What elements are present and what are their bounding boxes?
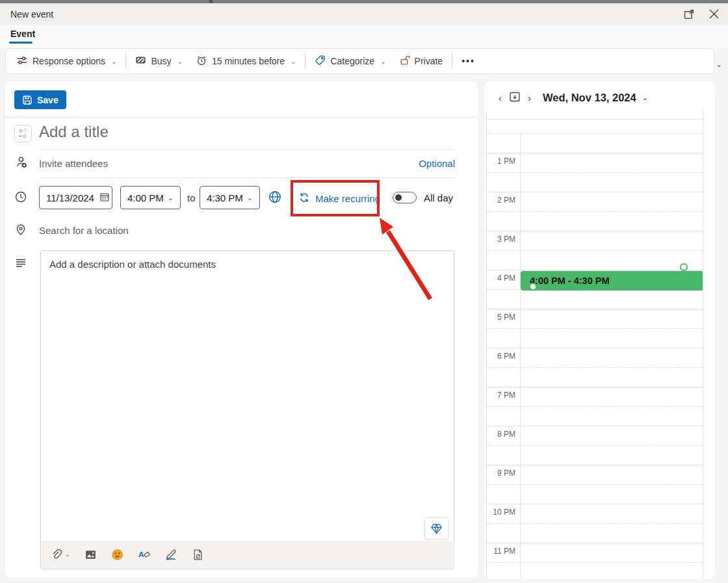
close-icon[interactable] <box>705 5 723 23</box>
description-placeholder: Add a description or attach documents <box>49 259 216 270</box>
editor-footer-toolbar: ⌄ A <box>42 541 454 568</box>
divider <box>39 177 455 178</box>
start-time-dropdown[interactable]: 4:00 PM ⌄ <box>120 186 181 209</box>
tab-strip: Event <box>0 25 728 48</box>
all-day-label: All day <box>424 192 453 203</box>
ellipsis-icon: ••• <box>462 56 475 66</box>
toolbar-divider <box>125 53 126 69</box>
hour-label: 6 PM <box>487 352 515 361</box>
reminder-button[interactable]: 15 minutes before ⌄ <box>189 51 302 71</box>
recurring-sync-icon <box>298 192 310 205</box>
open-in-new-window-icon[interactable] <box>680 5 698 23</box>
hour-label: 9 PM <box>487 469 515 478</box>
chevron-down-icon: ⌄ <box>65 551 70 558</box>
categorize-button[interactable]: Categorize ⌄ <box>308 51 392 71</box>
previous-day-chevron-icon[interactable]: ‹ <box>495 91 506 105</box>
event-resize-handle-bottom[interactable] <box>529 283 537 291</box>
hour-label: 10 PM <box>487 508 515 517</box>
timezone-globe-icon[interactable] <box>268 190 282 207</box>
title-input[interactable]: Add a title <box>39 123 403 141</box>
hour-label: 3 PM <box>487 235 515 244</box>
divider <box>39 149 455 150</box>
day-calendar-panel: ‹ › Wed, Nov 13, 2024 ⌄ 1 PM 2 PM 3 PM 4… <box>484 81 715 579</box>
attach-file-icon[interactable]: ⌄ <box>51 549 70 561</box>
chevron-down-icon: ⌄ <box>291 58 296 65</box>
response-options-icon <box>16 55 28 68</box>
calendar-date-heading[interactable]: Wed, Nov 13, 2024 <box>543 92 636 104</box>
hour-label: 4 PM <box>487 274 515 283</box>
unlocked-padlock-icon <box>399 55 410 68</box>
location-pin-icon <box>14 223 27 239</box>
all-day-toggle[interactable] <box>393 192 417 203</box>
date-picker[interactable]: 11/13/2024 <box>39 186 112 209</box>
dialog-title: New event <box>10 9 53 19</box>
hour-label: 7 PM <box>487 391 515 400</box>
clock-icon <box>14 190 27 206</box>
response-options-button[interactable]: Response options ⌄ <box>10 51 123 71</box>
event-toolbar: Response options ⌄ Busy ⌄ 15 minutes bef… <box>5 48 715 74</box>
busy-icon <box>135 55 146 68</box>
chevron-down-icon: ⌄ <box>380 58 385 65</box>
go-to-date-calendar-icon[interactable] <box>506 90 524 105</box>
event-resize-handle-top[interactable] <box>680 263 688 271</box>
toggle-knob <box>395 194 402 201</box>
chevron-down-icon: ⌄ <box>177 58 183 65</box>
chevron-down-icon: ⌄ <box>111 58 116 65</box>
hour-label: 1 PM <box>487 157 515 166</box>
tab-active-underline <box>9 42 32 44</box>
dialog-titlebar: New event <box>0 3 728 25</box>
description-lines-icon <box>14 257 27 272</box>
calendar-event-block[interactable]: 4:00 PM - 4:30 PM <box>521 271 703 291</box>
description-editor[interactable]: Add a description or attach documents ⌄ … <box>40 250 454 569</box>
make-recurring-button[interactable]: Make recurring <box>298 192 380 205</box>
hour-label: 11 PM <box>487 547 515 556</box>
invite-attendees-input[interactable]: Invite attendees <box>39 158 108 169</box>
end-time-dropdown[interactable]: 4:30 PM ⌄ <box>200 186 260 209</box>
document-loop-icon[interactable] <box>192 549 204 561</box>
draw-pen-icon[interactable] <box>164 548 177 561</box>
all-day-row <box>486 111 703 120</box>
location-input[interactable]: Search for a location <box>39 225 129 236</box>
toolbar-divider <box>452 53 452 69</box>
divider <box>5 117 478 118</box>
alarm-clock-icon <box>196 55 207 68</box>
hour-label: 5 PM <box>487 313 515 322</box>
busy-status-button[interactable]: Busy ⌄ <box>129 51 189 71</box>
save-icon <box>22 95 32 105</box>
next-day-chevron-icon[interactable]: › <box>524 91 535 105</box>
more-options-button[interactable]: ••• <box>455 51 482 71</box>
to-label: to <box>187 192 196 203</box>
chevron-down-icon[interactable]: ⌄ <box>642 94 648 102</box>
invite-attendees-icon <box>14 155 28 172</box>
toolbar-collapse-chevron-icon[interactable]: ⌄ <box>716 60 722 69</box>
optional-attendees-link[interactable]: Optional <box>419 158 455 169</box>
event-form-panel: Save ☺♡+☺ Add a title Invite attendees O… <box>5 81 478 577</box>
calendar-nav: ‹ › Wed, Nov 13, 2024 ⌄ <box>495 90 648 105</box>
copilot-gem-button[interactable] <box>424 517 448 539</box>
time-rail-divider <box>520 133 521 579</box>
tab-event[interactable]: Event <box>10 29 35 39</box>
insert-image-icon[interactable] <box>84 549 97 561</box>
chevron-down-icon: ⌄ <box>168 194 174 202</box>
private-button[interactable]: Private <box>393 51 450 71</box>
day-grid[interactable]: 1 PM 2 PM 3 PM 4 PM 5 PM 6 PM 7 PM 8 PM … <box>486 120 703 579</box>
hour-label: 8 PM <box>487 430 515 439</box>
chevron-down-icon: ⌄ <box>247 194 253 202</box>
hour-label: 2 PM <box>487 196 515 205</box>
emoji-title-picker-icon[interactable]: ☺♡+☺ <box>14 125 32 142</box>
calendar-icon <box>99 192 110 203</box>
categorize-tag-icon <box>315 55 326 68</box>
clear-formatting-icon[interactable]: A <box>138 549 150 561</box>
toolbar-divider <box>305 53 306 69</box>
svg-text:A: A <box>138 549 144 558</box>
emoji-icon[interactable] <box>111 549 124 561</box>
save-button[interactable]: Save <box>14 90 66 109</box>
